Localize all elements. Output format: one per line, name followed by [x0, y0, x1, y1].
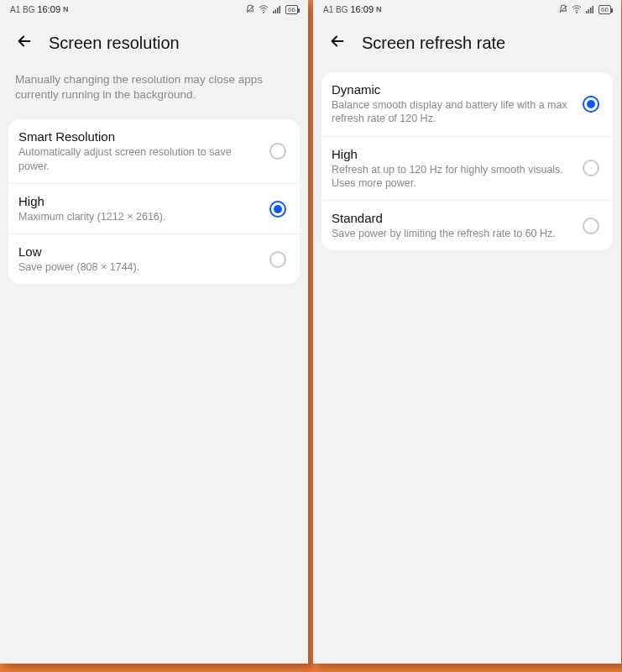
svg-rect-2	[273, 11, 274, 13]
svg-rect-5	[280, 6, 281, 13]
back-icon[interactable]	[15, 32, 34, 54]
page-title: Screen refresh rate	[362, 34, 505, 53]
mute-icon	[558, 4, 568, 14]
status-bar: A1 BG 16:09 N 66	[0, 0, 308, 17]
option-dynamic-refresh[interactable]: Dynamic Balance smooth display and batte…	[321, 72, 613, 136]
option-title: High	[332, 147, 574, 161]
radio-button[interactable]	[269, 251, 286, 268]
option-title: Low	[18, 244, 261, 259]
option-low-resolution[interactable]: Low Save power (808 × 1744).	[8, 234, 300, 284]
option-high-resolution[interactable]: High Maximum clarity (1212 × 2616).	[8, 183, 300, 234]
svg-rect-11	[593, 6, 594, 13]
page-title: Screen resolution	[49, 34, 180, 53]
option-title: Smart Resolution	[18, 129, 261, 144]
svg-rect-9	[588, 9, 590, 13]
option-desc: Balance smooth display and battery life …	[332, 98, 574, 126]
battery-icon: 66	[598, 5, 611, 14]
header: Screen resolution	[0, 17, 308, 69]
header: Screen refresh rate	[313, 17, 621, 69]
radio-button[interactable]	[583, 218, 599, 234]
svg-rect-10	[590, 8, 592, 13]
svg-point-1	[264, 13, 264, 13]
resolution-description: Manually changing the resolution may clo…	[0, 69, 308, 119]
battery-icon: 66	[285, 5, 298, 14]
wifi-icon	[572, 4, 582, 14]
wifi-icon	[259, 4, 269, 14]
phone-right: A1 BG 16:09 N 66 Screen refresh rate	[313, 0, 621, 664]
phone-left: A1 BG 16:09 N 66 Screen resolution Manu	[0, 0, 308, 664]
option-desc: Save power by limiting the refresh rate …	[332, 227, 574, 240]
radio-button[interactable]	[269, 201, 286, 218]
option-desc: Save power (808 × 1744).	[18, 260, 261, 274]
nfc-icon: N	[376, 5, 382, 13]
mute-icon	[245, 4, 255, 14]
carrier-text: A1 BG	[10, 5, 34, 14]
refresh-options-card: Dynamic Balance smooth display and batte…	[321, 72, 613, 250]
option-desc: Refresh at up to 120 Hz for highly smoot…	[332, 163, 574, 191]
option-high-refresh[interactable]: High Refresh at up to 120 Hz for highly …	[321, 136, 613, 201]
option-title: Dynamic	[332, 82, 574, 97]
status-bar: A1 BG 16:09 N 66	[313, 0, 621, 17]
radio-button[interactable]	[269, 143, 286, 160]
option-title: High	[18, 194, 261, 208]
signal-icon	[585, 4, 595, 14]
carrier-text: A1 BG	[323, 5, 348, 14]
option-desc: Automatically adjust screen resolution t…	[18, 145, 261, 173]
resolution-options-card: Smart Resolution Automatically adjust sc…	[8, 119, 300, 284]
option-smart-resolution[interactable]: Smart Resolution Automatically adjust sc…	[8, 119, 300, 183]
signal-icon	[272, 4, 282, 14]
time-text: 16:09	[37, 4, 60, 14]
nfc-icon: N	[63, 5, 69, 13]
svg-rect-3	[275, 9, 277, 13]
option-title: Standard	[332, 211, 574, 225]
svg-rect-4	[277, 8, 279, 13]
back-icon[interactable]	[328, 32, 347, 54]
svg-point-7	[577, 13, 578, 13]
radio-button[interactable]	[583, 160, 599, 176]
option-desc: Maximum clarity (1212 × 2616).	[18, 210, 261, 223]
svg-rect-8	[586, 11, 588, 13]
option-standard-refresh[interactable]: Standard Save power by limiting the refr…	[321, 200, 613, 250]
time-text: 16:09	[350, 4, 374, 14]
radio-button[interactable]	[583, 96, 599, 113]
